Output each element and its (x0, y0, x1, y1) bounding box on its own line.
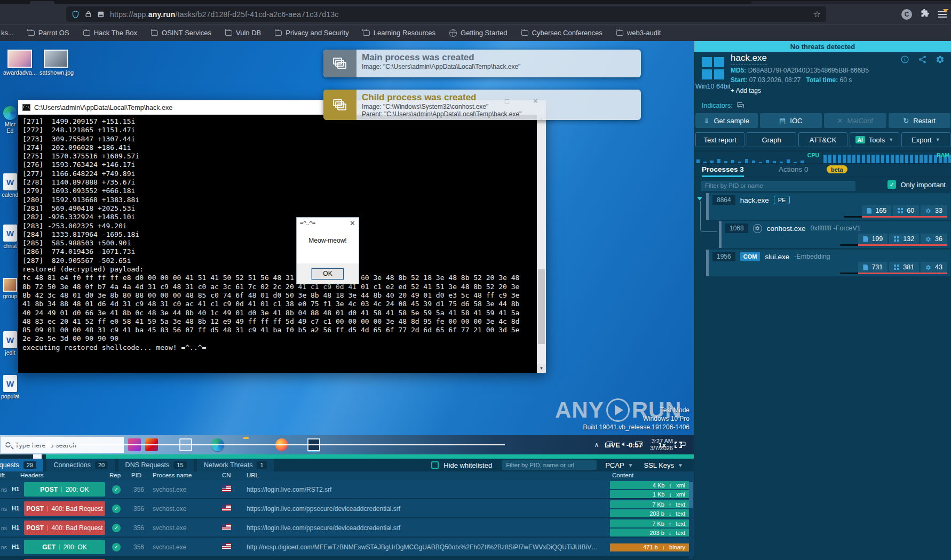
content-chips[interactable]: 7 Kb↑text 203 b↓text (610, 500, 690, 517)
content-chips[interactable]: 4 Kb↑xml 1 Kb↓xml (610, 481, 690, 498)
tab-dns-requests[interactable]: DNS Requests15 (118, 459, 194, 471)
toast-child-process[interactable]: Child process was created Image: "C:\Win… (323, 90, 641, 120)
shield-icon[interactable] (72, 10, 80, 19)
bookmark-item[interactable]: Getting Started (449, 29, 507, 37)
network-scrollbar[interactable] (689, 481, 693, 559)
toast-image-path: Image: "C:\Users\admin\AppData\Local\Tem… (362, 63, 520, 70)
bookmark-item[interactable]: web3-audit (616, 29, 661, 37)
http-request-row[interactable]: ns H1 POST|400: Bad Request ✓ 356 svchos… (0, 499, 694, 518)
ioc-button[interactable]: ▤IOC (760, 113, 822, 128)
collapse-arrow-icon[interactable] (697, 197, 702, 201)
process-filter-input[interactable]: Filter by PID or name (701, 181, 855, 191)
dialog-title-bar[interactable]: =^..^= ✕ (297, 218, 359, 228)
playback-speed[interactable]: 1x (659, 435, 666, 454)
seek-handle[interactable] (45, 441, 52, 448)
hide-whitelisted-label: Hide whitelisted (443, 461, 492, 469)
checkbox-checked-icon[interactable]: ✓ (887, 180, 896, 189)
video-seek-bar[interactable] (3, 444, 505, 445)
url-text[interactable]: https://app.any.run/tasks/b27d128f-d25f-… (110, 10, 339, 19)
bookmark-item[interactable]: Parrot OS (28, 29, 69, 37)
malconf-button[interactable]: ✕MalConf (824, 113, 886, 128)
tray-chevron-icon[interactable]: ∧ (594, 441, 599, 449)
desktop-icon-jedit[interactable]: W jedit (1, 331, 19, 356)
console-scrollbar[interactable]: ▲ ▼ (537, 115, 546, 373)
bookmark-item[interactable]: Learning Resources (363, 29, 435, 37)
scroll-down-icon[interactable]: ▼ (537, 364, 546, 373)
content-chips[interactable]: 471 b↓binary (610, 539, 690, 556)
address-bar[interactable]: https://app.any.run/tasks/b27d128f-d25f-… (66, 6, 826, 22)
os-label: Win10 64bit (694, 83, 732, 90)
desktop-icon-satshown[interactable]: satshown.jpg (39, 50, 73, 76)
browser-menu-icon[interactable] (938, 11, 947, 18)
process-row-conhost[interactable]: 1068 conhost.exe 0xffffffff -ForceV1 199… (719, 221, 950, 248)
tools-dropdown[interactable]: AITools▼ (850, 132, 899, 147)
folder-icon (83, 30, 90, 36)
sample-name[interactable]: hack.exe (731, 53, 767, 65)
text-report-button[interactable]: Text report (695, 132, 744, 147)
pcap-dropdown[interactable]: PCAP▼ (605, 461, 633, 469)
desktop-icon-christ[interactable]: W christ (1, 225, 19, 249)
fullscreen-icon[interactable] (675, 435, 682, 454)
bookmark-item[interactable]: Cybersec Conferences (521, 29, 603, 37)
indicators-icon (737, 102, 744, 109)
bookmark-item[interactable]: ks... (1, 29, 14, 37)
http-request-row[interactable]: ns H1 POST|400: Bad Request ✓ 356 svchos… (0, 518, 694, 538)
tab-processes[interactable]: Processes 3 (702, 165, 744, 177)
col-cn: CN (222, 472, 231, 478)
tab-actions[interactable]: Actions 0 (779, 165, 809, 173)
bookmark-item[interactable]: Privacy and Security (275, 29, 349, 37)
desktop-icon-calend[interactable]: W calend (1, 173, 19, 198)
info-icon[interactable] (900, 55, 909, 66)
lock-icon[interactable] (85, 10, 92, 18)
ssl-keys-dropdown[interactable]: SSL Keys▼ (644, 461, 683, 469)
share-icon[interactable] (918, 55, 927, 66)
ai-badge: AI (855, 136, 865, 143)
extension-c-icon[interactable]: C (901, 9, 912, 20)
console-window-hack-exe[interactable]: C:\ C:\Users\admin\AppData\Local\Temp\ha… (18, 100, 546, 373)
hide-whitelisted-checkbox[interactable] (431, 461, 439, 469)
tab-network-threats[interactable]: Network Threats1 (197, 459, 274, 471)
folder-icon (225, 30, 232, 36)
tab-connections[interactable]: Connections20 (46, 459, 115, 471)
ok-button[interactable]: OK (312, 268, 344, 279)
tab-http-requests[interactable]: HTTP Requests29 (0, 459, 43, 471)
get-sample-button[interactable]: ⇓Get sample (695, 113, 758, 128)
bookmark-item[interactable]: Hack The Box (83, 29, 137, 37)
col-pid: PID (131, 472, 141, 478)
com-badge: COM (740, 252, 760, 261)
desktop-icon-awardadva[interactable]: awardadva... (3, 50, 36, 76)
http-request-row[interactable]: ns H1 GET|200: OK ✓ 356 svchost.exe http… (0, 538, 694, 557)
col-content: Content (612, 472, 633, 478)
toast-main-process[interactable]: Main process was created Image: "C:\User… (323, 50, 641, 77)
gear-icon[interactable] (936, 55, 945, 66)
content-chips[interactable]: 7 Kb↑text 203 b↓text (610, 519, 690, 537)
process-row-hack[interactable]: 8864 hack.exe PE 165 60 33 (706, 193, 950, 220)
export-dropdown[interactable]: Export▼ (901, 132, 950, 147)
session-timeline[interactable] (0, 454, 694, 459)
network-filter-input[interactable]: Filter by PID, name or url (502, 460, 597, 470)
modules-gear-icon (925, 208, 931, 214)
indicators-row[interactable]: Indicators: (702, 102, 744, 109)
scrollbar-thumb[interactable] (538, 269, 545, 344)
process-row-slui[interactable]: 1956 COM slui.exe -Embedding 731 381 43 (706, 250, 950, 276)
restart-button[interactable]: ↻Restart (889, 113, 951, 128)
add-tags-button[interactable]: + Add tags (731, 87, 761, 94)
extension-puzzle-icon[interactable] (921, 9, 930, 20)
attck-button[interactable]: ATT&CK (798, 132, 847, 147)
scrollbar-thumb[interactable] (689, 482, 693, 508)
graph-button[interactable]: Graph (747, 132, 796, 147)
only-important-toggle[interactable]: ✓ Only important (887, 180, 946, 189)
page-info-icon[interactable] (97, 11, 105, 18)
desktop-icon-edge[interactable]: Micr Ed (1, 106, 19, 134)
bookmark-item[interactable]: OSINT Services (151, 29, 211, 37)
meow-dialog[interactable]: =^..^= ✕ Meow-meow! OK (296, 217, 359, 284)
close-icon[interactable]: ✕ (350, 219, 355, 227)
bookmark-item[interactable]: Vuln DB (225, 29, 261, 37)
vm-desktop[interactable]: awardadva... satshown.jpg Micr Ed W cale… (0, 41, 694, 459)
desktop-icon-populationf[interactable]: W populationf... (1, 375, 19, 399)
console-line: [274] -202.096028 +186.41i (22, 143, 546, 152)
http-request-row[interactable]: ns H1 POST|200: OK ✓ 356 svchost.exe htt… (0, 480, 694, 499)
resource-meters: CPU RAM (694, 150, 951, 164)
bookmark-star-icon[interactable]: ☆ (813, 9, 821, 19)
desktop-icon-group[interactable]: group (1, 278, 19, 299)
